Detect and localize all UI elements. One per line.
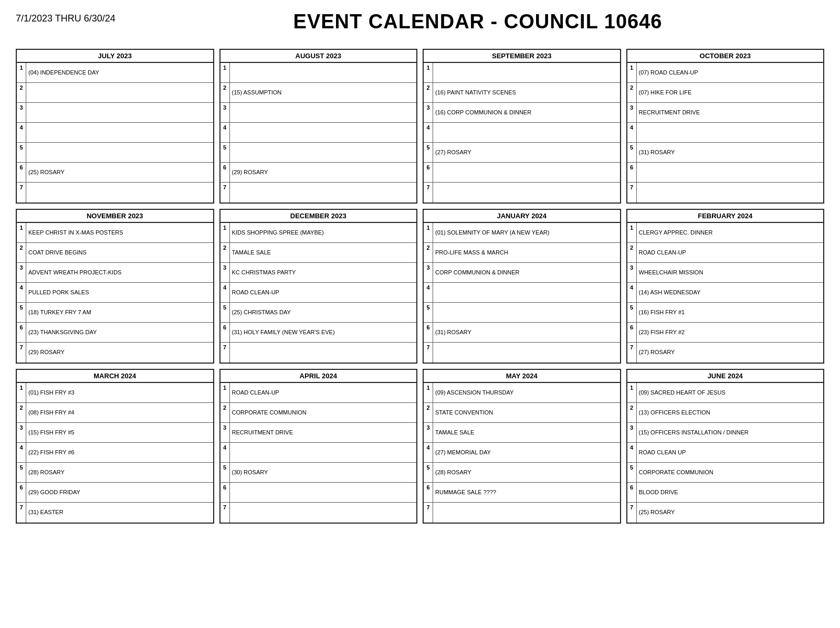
week-events <box>26 183 213 203</box>
week-row: 3RECRUITMENT DRIVE <box>220 423 417 443</box>
week-row: 4(14) ASH WEDNESDAY <box>627 283 824 303</box>
event-line: CORP COMMUNION & DINNER <box>435 269 618 276</box>
week-events: (27) MEMORIAL DAY <box>433 443 620 462</box>
week-events <box>637 123 824 142</box>
week-number: 6 <box>220 483 230 502</box>
week-number: 3 <box>424 263 433 282</box>
week-events: PULLED PORK SALES <box>26 283 213 302</box>
week-number: 3 <box>627 263 637 282</box>
week-row: 5 <box>220 143 417 163</box>
week-events <box>230 123 417 142</box>
week-number: 7 <box>627 343 637 363</box>
week-row: 1 <box>424 63 620 83</box>
week-number: 3 <box>424 103 433 122</box>
week-number: 3 <box>220 263 230 282</box>
event-line: COAT DRIVE BEGINS <box>28 249 211 257</box>
week-row: 1ROAD CLEAN-UP <box>220 383 417 403</box>
week-number: 7 <box>17 343 26 363</box>
week-events: (30) ROSARY <box>230 463 417 482</box>
event-line: (16) CORP COMMUNION & DINNER <box>435 109 618 116</box>
week-events: (29) ROSARY <box>26 343 213 363</box>
week-number: 2 <box>424 403 433 422</box>
event-line: PULLED PORK SALES <box>28 289 211 296</box>
week-row: 2 <box>17 83 213 103</box>
week-row: 5(28) ROSARY <box>17 463 213 483</box>
week-number: 6 <box>424 323 433 342</box>
event-line: (27) ROSARY <box>639 348 822 356</box>
event-line: RUMMAGE SALE ???? <box>435 488 618 496</box>
event-line: (16) FISH FRY #1 <box>639 308 822 316</box>
week-events: KIDS SHOPPING SPREE (MAYBE) <box>230 223 417 242</box>
week-number: 6 <box>627 323 637 342</box>
month-title: MAY 2024 <box>424 370 620 383</box>
month-title: AUGUST 2023 <box>220 50 417 63</box>
week-number: 7 <box>220 503 230 523</box>
week-row: 6 <box>424 163 620 183</box>
week-events <box>637 183 824 203</box>
week-row: 3KC CHRISTMAS PARTY <box>220 263 417 283</box>
week-events: PRO-LIFE MASS & MARCH <box>433 243 620 262</box>
week-number: 1 <box>424 383 433 402</box>
event-line: (31) HOLY FAMILY (NEW YEAR'S EVE) <box>232 328 415 336</box>
week-number: 6 <box>627 163 637 182</box>
week-row: 6RUMMAGE SALE ???? <box>424 483 620 503</box>
week-number: 3 <box>220 423 230 442</box>
week-row: 7(27) ROSARY <box>627 343 824 363</box>
week-row: 4(22) FISH FRY #6 <box>17 443 213 463</box>
week-events: (09) ASCENSION THURSDAY <box>433 383 620 402</box>
week-number: 5 <box>17 143 26 162</box>
week-events: (28) ROSARY <box>26 463 213 482</box>
week-row: 6(29) GOOD FRIDAY <box>17 483 213 503</box>
week-number: 3 <box>17 423 26 442</box>
event-line: ROAD CLEAN-UP <box>232 389 415 397</box>
week-row: 2STATE CONVENTION <box>424 403 620 423</box>
week-events <box>26 103 213 122</box>
week-row: 2PRO-LIFE MASS & MARCH <box>424 243 620 263</box>
week-number: 1 <box>424 223 433 242</box>
week-number: 3 <box>627 423 637 442</box>
event-line: (25) ROSARY <box>639 508 822 516</box>
week-number: 2 <box>17 403 26 422</box>
week-events: (18) TURKEY FRY 7 AM <box>26 303 213 322</box>
week-number: 6 <box>627 483 637 502</box>
week-row: 2(15) ASSUMPTION <box>220 83 417 103</box>
week-events <box>230 143 417 162</box>
event-line: ROAD CLEAN UP <box>639 449 822 456</box>
week-events: WHEELCHAIR MISSION <box>637 263 824 282</box>
event-line: KEEP CHRIST IN X-MAS POSTERS <box>28 229 211 237</box>
week-events: (31) ROSARY <box>433 323 620 342</box>
week-events: (27) ROSARY <box>433 143 620 162</box>
month-title: APRIL 2024 <box>220 370 417 383</box>
week-events: (13) OFFICERS ELECTION <box>637 403 824 422</box>
week-row: 6(31) HOLY FAMILY (NEW YEAR'S EVE) <box>220 323 417 343</box>
week-events <box>230 183 417 203</box>
week-number: 6 <box>220 163 230 182</box>
week-row: 7 <box>220 343 417 363</box>
week-number: 4 <box>220 123 230 142</box>
month-block: AUGUST 202312(15) ASSUMPTION3456(29) ROS… <box>219 49 418 204</box>
event-line: (23) FISH FRY #2 <box>639 328 822 336</box>
event-line: (25) ROSARY <box>28 168 211 176</box>
month-block: MARCH 20241(01) FISH FRY #32(08) FISH FR… <box>16 369 214 524</box>
page-header: 7/1/2023 THRU 6/30/24 EVENT CALENDAR - C… <box>16 10 824 33</box>
event-line: (29) ROSARY <box>28 348 211 356</box>
event-line: ROAD CLEAN-UP <box>639 249 822 257</box>
week-number: 1 <box>627 63 637 82</box>
month-block: JANUARY 20241(01) SOLEMNITY OF MARY (A N… <box>423 209 621 364</box>
week-events: (07) ROAD CLEAN-UP <box>637 63 824 82</box>
week-number: 6 <box>424 483 433 502</box>
week-row: 6(23) THANKSGIVING DAY <box>17 323 213 343</box>
week-row: 1(01) FISH FRY #3 <box>17 383 213 403</box>
week-row: 6 <box>220 483 417 503</box>
week-row: 4 <box>220 443 417 463</box>
week-row: 2(07) HIKE FOR LIFE <box>627 83 824 103</box>
week-number: 4 <box>220 283 230 302</box>
week-number: 6 <box>17 323 26 342</box>
week-number: 5 <box>424 463 433 482</box>
week-events: BLOOD DRIVE <box>637 483 824 502</box>
week-row: 2ROAD CLEAN-UP <box>627 243 824 263</box>
event-line: (04) INDEPENDENCE DAY <box>28 69 211 77</box>
week-events: (16) CORP COMMUNION & DINNER <box>433 103 620 122</box>
week-row: 6(31) ROSARY <box>424 323 620 343</box>
week-row: 7 <box>424 183 620 203</box>
